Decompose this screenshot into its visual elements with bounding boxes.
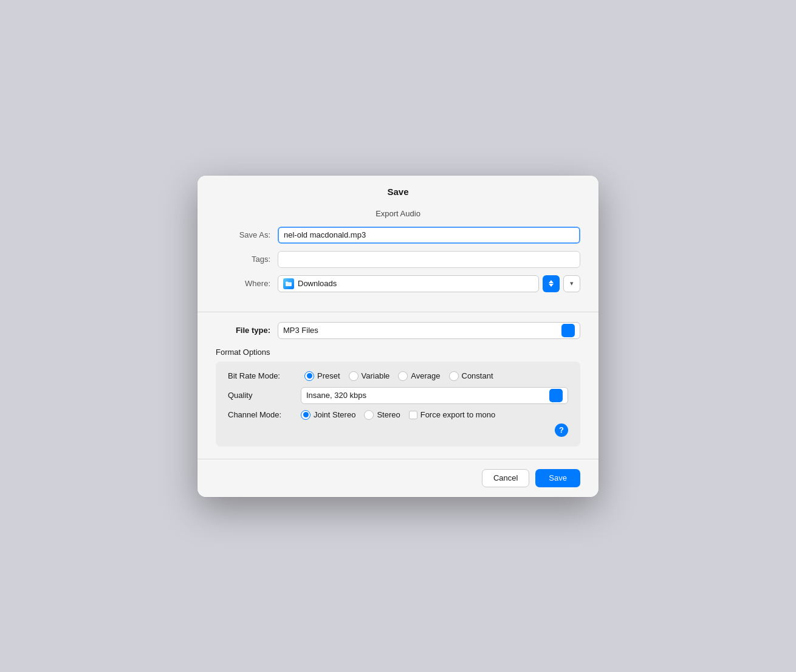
channel-mode-row: Channel Mode: Joint Stereo Stereo Force …	[228, 410, 568, 420]
radio-preset[interactable]: Preset	[304, 371, 340, 381]
format-options-label: Format Options	[216, 348, 580, 357]
folder-icon	[283, 278, 294, 289]
radio-joint-stereo-btn[interactable]	[301, 410, 311, 420]
title-bar: Save	[197, 176, 599, 203]
where-spinner-button[interactable]	[543, 275, 560, 292]
save-dialog: Save Export Audio Save As: Tags: Where:	[197, 176, 599, 497]
radio-average-btn[interactable]	[398, 371, 408, 381]
radio-stereo-btn[interactable]	[364, 410, 374, 420]
chevron-down-icon: ▾	[570, 279, 574, 287]
save-as-row: Save As:	[216, 227, 580, 244]
where-row: Where: Downloads ▾	[216, 275, 580, 292]
checkbox-force-mono-btn[interactable]	[409, 411, 417, 419]
quality-label: Quality	[228, 391, 301, 400]
spinner-down-arrow	[549, 284, 554, 287]
save-as-input[interactable]	[278, 227, 580, 244]
radio-constant-label: Constant	[462, 371, 493, 380]
file-type-row: File type: MP3 Files	[216, 322, 580, 339]
spinner-up-arrow	[549, 280, 554, 283]
file-type-spinner	[561, 324, 575, 337]
radio-stereo[interactable]: Stereo	[364, 410, 400, 420]
radio-constant-btn[interactable]	[449, 371, 459, 381]
quality-select[interactable]: Insane, 320 kbps	[301, 387, 568, 404]
radio-preset-btn[interactable]	[304, 371, 314, 381]
radio-joint-stereo[interactable]: Joint Stereo	[301, 410, 355, 420]
file-type-select[interactable]: MP3 Files	[278, 322, 580, 339]
checkbox-force-mono[interactable]: Force export to mono	[409, 410, 496, 419]
file-type-value: MP3 Files	[283, 326, 318, 335]
where-select[interactable]: Downloads	[278, 275, 539, 292]
bit-rate-mode-label: Bit Rate Mode:	[228, 371, 301, 380]
cancel-button[interactable]: Cancel	[482, 469, 529, 487]
where-value: Downloads	[298, 279, 337, 288]
where-controls: Downloads ▾	[278, 275, 580, 292]
save-as-label: Save As:	[216, 230, 270, 239]
bottom-section: File type: MP3 Files Format Options Bit …	[197, 312, 599, 459]
export-audio-label: Export Audio	[216, 209, 580, 218]
format-options-box: Bit Rate Mode: Preset Variable Average	[216, 362, 580, 447]
checkbox-force-mono-label: Force export to mono	[420, 410, 496, 419]
dialog-title: Save	[210, 187, 586, 197]
radio-average-label: Average	[411, 371, 440, 380]
radio-average[interactable]: Average	[398, 371, 440, 381]
radio-variable-label: Variable	[362, 371, 390, 380]
help-button[interactable]: ?	[555, 423, 568, 437]
bit-rate-mode-row: Bit Rate Mode: Preset Variable Average	[228, 371, 568, 381]
radio-variable-btn[interactable]	[349, 371, 359, 381]
radio-joint-stereo-label: Joint Stereo	[314, 410, 355, 419]
radio-preset-label: Preset	[317, 371, 340, 380]
radio-constant[interactable]: Constant	[449, 371, 493, 381]
where-label: Where:	[216, 279, 270, 288]
help-row: ?	[228, 423, 568, 437]
radio-variable[interactable]: Variable	[349, 371, 390, 381]
channel-mode-label: Channel Mode:	[228, 410, 301, 419]
tags-input[interactable]	[278, 251, 580, 268]
where-chevron-button[interactable]: ▾	[563, 275, 580, 292]
quality-row: Quality Insane, 320 kbps	[228, 387, 568, 404]
button-row: Cancel Save	[197, 459, 599, 497]
radio-stereo-label: Stereo	[377, 410, 400, 419]
save-button[interactable]: Save	[535, 469, 580, 487]
file-type-label: File type:	[216, 326, 270, 335]
tags-label: Tags:	[216, 255, 270, 264]
tags-row: Tags:	[216, 251, 580, 268]
bit-rate-radio-group: Preset Variable Average Constant	[304, 371, 493, 381]
quality-spinner	[549, 389, 563, 402]
quality-value: Insane, 320 kbps	[306, 391, 366, 400]
top-section: Export Audio Save As: Tags: Where: D	[197, 203, 599, 312]
channel-radio-group: Joint Stereo Stereo Force export to mono	[301, 410, 495, 420]
